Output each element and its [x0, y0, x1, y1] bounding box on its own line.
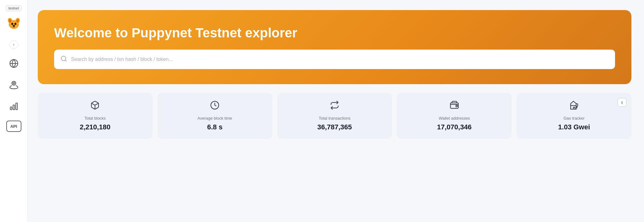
- svg-point-12: [13, 83, 14, 84]
- stat-label-wallet-addresses: Wallet addresses: [439, 116, 470, 121]
- stat-value-total-transactions: 36,787,365: [317, 123, 352, 131]
- svg-point-5: [11, 23, 13, 25]
- sidebar-item-stats[interactable]: [7, 99, 21, 113]
- svg-point-6: [14, 23, 16, 25]
- svg-point-16: [61, 56, 66, 61]
- svg-rect-14: [13, 105, 14, 110]
- stat-card-total-transactions: Total transactions 36,787,365: [277, 93, 392, 139]
- stat-card-gas-tracker: i Gas tracker 1.03 Gwei: [517, 93, 631, 139]
- wallet-icon: [450, 100, 459, 112]
- sidebar-item-api[interactable]: API: [6, 121, 21, 132]
- stat-value-total-blocks: 2,210,180: [80, 123, 110, 131]
- stat-card-avg-block-time: Average block time 6.8 s: [158, 93, 272, 139]
- svg-rect-15: [16, 103, 17, 110]
- sidebar-nav: API: [0, 57, 27, 132]
- search-input[interactable]: [71, 57, 609, 62]
- sidebar: testnet ›: [0, 0, 28, 222]
- stat-value-gas-tracker: 1.03 Gwei: [558, 123, 590, 131]
- stat-label-avg-block-time: Average block time: [197, 116, 232, 121]
- logo-icon: [6, 16, 21, 31]
- arrows-icon: [330, 100, 339, 112]
- stats-row: Total blocks 2,210,180 Average block tim…: [38, 93, 631, 139]
- stat-value-avg-block-time: 6.8 s: [207, 123, 223, 131]
- search-icon: [60, 55, 67, 64]
- gas-icon: [569, 100, 579, 112]
- box-icon: [90, 100, 100, 112]
- stat-label-gas-tracker: Gas tracker: [564, 116, 585, 121]
- sidebar-toggle-button[interactable]: ›: [9, 40, 18, 49]
- hero-title: Welcome to Puppynet Testnet explorer: [54, 25, 615, 41]
- hero-banner: Welcome to Puppynet Testnet explorer: [38, 10, 631, 84]
- clock-icon: [210, 100, 219, 112]
- network-badge[interactable]: testnet: [6, 5, 22, 11]
- sidebar-item-network[interactable]: [7, 57, 21, 70]
- svg-point-11: [12, 81, 16, 85]
- svg-point-7: [13, 25, 15, 27]
- stat-label-total-transactions: Total transactions: [319, 116, 350, 121]
- stat-value-wallet-addresses: 17,070,346: [437, 123, 472, 131]
- main-content: Welcome to Puppynet Testnet explorer: [28, 0, 644, 222]
- stat-label-total-blocks: Total blocks: [84, 116, 106, 121]
- stat-card-total-blocks: Total blocks 2,210,180: [38, 93, 153, 139]
- stat-card-wallet-addresses: Wallet addresses 17,070,346: [397, 93, 512, 139]
- svg-rect-13: [10, 107, 12, 110]
- search-bar: [54, 50, 615, 69]
- info-button[interactable]: i: [618, 98, 626, 107]
- sidebar-item-tokens[interactable]: [7, 78, 21, 92]
